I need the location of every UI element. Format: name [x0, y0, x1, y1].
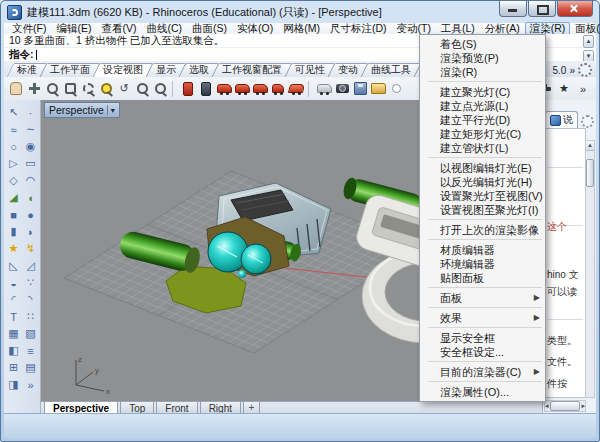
toolbar-group-tab[interactable]: 工作平面 — [41, 62, 99, 77]
render-menu-item[interactable]: 设置视图至聚光灯(I) ▶ — [420, 203, 545, 217]
render-menu-item[interactable]: 显示安全框 ▶ — [420, 331, 545, 345]
toolbar-group-tab[interactable]: 曲线工具 — [362, 62, 420, 77]
point-icon[interactable]: · — [22, 104, 39, 121]
scrollbar-thumb[interactable] — [586, 159, 594, 187]
menu-bar-item[interactable]: 曲面(S) — [187, 23, 232, 34]
chevron-down-icon[interactable]: ▾ — [111, 106, 115, 115]
split-icon[interactable]: ◿ — [22, 257, 39, 274]
help-panel-tab[interactable]: 说 — [545, 111, 578, 128]
zoom-lens-icon[interactable] — [98, 81, 114, 97]
interpolate-curve-icon[interactable]: ∼ — [22, 121, 39, 138]
offset-icon[interactable]: ∵ — [22, 274, 39, 291]
help-vertical-scrollbar[interactable]: ▲ — [585, 140, 595, 398]
render-menu-item[interactable]: ▶ — [428, 239, 542, 240]
panel-gear-icon[interactable] — [581, 115, 594, 128]
text-icon[interactable]: T — [5, 308, 22, 325]
menu-bar-item[interactable]: 编辑(E) — [51, 23, 96, 34]
zoom-window-icon[interactable] — [62, 81, 78, 97]
render-menu-item[interactable]: 渲染预览(P) ▶ — [420, 51, 545, 65]
ellipse-icon[interactable]: ◉ — [22, 138, 39, 155]
array-icon[interactable]: ▦ — [5, 325, 22, 342]
rectangle-icon[interactable]: ▭ — [22, 155, 39, 172]
help-horizontal-scrollbar[interactable]: ◂ ▸ — [544, 400, 586, 412]
tab-overflow-icon[interactable]: » — [569, 65, 575, 76]
set-view-left-icon[interactable] — [216, 81, 232, 97]
grid-snap-icon[interactable]: ⊞ — [5, 359, 22, 376]
render-menu-item[interactable]: ▶ — [428, 381, 542, 382]
teal-dot[interactable] — [238, 270, 246, 278]
render-menu-item[interactable]: 建立聚光灯(C) ▶ — [420, 85, 545, 99]
render-menu-item[interactable]: 以视图编辑灯光(E) ▶ — [420, 161, 545, 175]
named-view-icon[interactable] — [316, 81, 332, 97]
render-menu-item[interactable]: 建立管状灯(L) ▶ — [420, 141, 545, 155]
viewport-layout-icon[interactable] — [370, 81, 386, 97]
boolean-icon[interactable]: ↯ — [22, 240, 39, 257]
cylinder-icon[interactable]: ▮ — [5, 223, 22, 240]
save-viewport-icon[interactable] — [352, 81, 368, 97]
green-cylinder-left[interactable] — [117, 229, 202, 275]
render-menu-item[interactable]: 着色(S) ▶ — [420, 37, 545, 51]
visibility-icon[interactable]: ◨ — [5, 376, 22, 393]
machine-model[interactable]: RHINO — [207, 183, 331, 278]
render-menu-item[interactable]: ▶ — [428, 219, 542, 220]
set-view-right-icon[interactable] — [234, 81, 250, 97]
toolbar-group-tab[interactable]: 可见性 — [286, 62, 334, 77]
menu-bar-item[interactable]: 曲线(C) — [141, 23, 187, 34]
set-view-back-icon[interactable] — [198, 81, 214, 97]
rotate-view-icon[interactable]: ↺ — [116, 81, 132, 97]
scroll-up-icon[interactable]: ▴ — [583, 35, 594, 48]
render-menu-item[interactable]: 安全框设定... ▶ — [420, 345, 545, 359]
menu-bar-item[interactable]: 分析(A) — [480, 23, 525, 34]
render-menu-item[interactable]: ▶ — [428, 81, 542, 82]
render-menu-item[interactable]: 贴图面板 ▶ — [420, 271, 545, 285]
render-menu-item[interactable]: 建立矩形灯光(C) ▶ — [420, 127, 545, 141]
arc-icon[interactable]: ◠ — [22, 172, 39, 189]
close-button[interactable] — [557, 1, 593, 17]
menu-bar-item[interactable]: 变动(T) — [392, 23, 436, 34]
render-menu-item[interactable]: 渲染属性(O)... ▶ — [420, 385, 545, 399]
menu-bar-item[interactable]: 工具(L) — [436, 23, 480, 34]
viewport-title[interactable]: Perspective ▾ — [44, 102, 120, 118]
control-point-curve-icon[interactable]: ≈ — [5, 121, 22, 138]
toolbar-separator[interactable] — [172, 81, 176, 97]
polyline-icon[interactable]: ▷ — [5, 155, 22, 172]
menu-bar-item[interactable]: 面板(P) — [570, 23, 600, 34]
explode-icon[interactable]: ★ — [5, 240, 22, 257]
maximize-button[interactable] — [528, 1, 556, 17]
trim-icon[interactable]: ◺ — [5, 257, 22, 274]
zoom-extents-icon[interactable] — [152, 81, 168, 97]
render-menu-item[interactable]: ▶ — [428, 157, 542, 158]
render-menu-item[interactable]: 效果 ▶ — [420, 311, 545, 325]
set-view-bottom-icon[interactable] — [270, 81, 286, 97]
toolbar-separator[interactable] — [308, 81, 312, 97]
render-menu-item[interactable]: 渲染(R) ▶ — [420, 65, 545, 79]
box-icon[interactable]: ■ — [5, 206, 22, 223]
menu-bar-item[interactable]: 实体(O) — [232, 23, 278, 34]
background-icon[interactable] — [388, 81, 404, 97]
minimize-button[interactable] — [499, 1, 527, 17]
zoom-out-icon[interactable] — [134, 81, 150, 97]
render-menu-item[interactable]: 打开上次的渲染影像 ▶ — [420, 223, 545, 237]
layers-icon[interactable]: ≡ — [22, 342, 39, 359]
move-view-icon[interactable] — [26, 81, 42, 97]
surface-patch-icon[interactable]: ◗ — [22, 223, 39, 240]
render-menu-item[interactable]: 建立点光源(L) ▶ — [420, 99, 545, 113]
render-menu-item[interactable]: 环境编辑器 ▶ — [420, 257, 545, 271]
surface-loft-icon[interactable]: ◖ — [22, 189, 39, 206]
render-menu-item[interactable]: 以反光编辑灯光(H) ▶ — [420, 175, 545, 189]
more-tools-icon[interactable]: » — [22, 376, 39, 393]
pan-view-icon[interactable] — [8, 81, 24, 97]
block-icon[interactable]: ▤ — [22, 359, 39, 376]
menu-bar-item[interactable]: 尺寸标注(D) — [325, 23, 392, 34]
scroll-right-icon[interactable]: ▸ — [581, 402, 585, 410]
render-menu-item[interactable]: ▶ — [428, 361, 542, 362]
fillet-icon[interactable]: ◜ — [5, 291, 22, 308]
render-menu-item[interactable]: 面板 ▶ — [420, 291, 545, 305]
sphere-icon[interactable]: ● — [22, 206, 39, 223]
select-arrow-icon[interactable]: ↖ — [5, 104, 22, 121]
point-edit-icon[interactable]: ∷ — [22, 308, 39, 325]
render-menu-item[interactable]: 设置聚光灯至视图(V) ▶ — [420, 189, 545, 203]
surface-corner-icon[interactable]: ◢ — [5, 189, 22, 206]
polygon-icon[interactable]: ◇ — [5, 172, 22, 189]
render-menu-item[interactable]: ▶ — [428, 327, 542, 328]
